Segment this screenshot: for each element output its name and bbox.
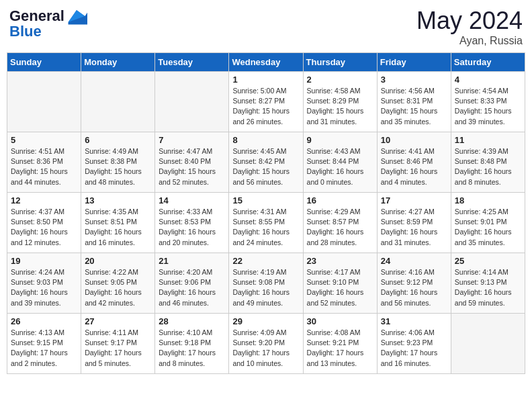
table-row: 15 Sunrise: 4:31 AM Sunset: 8:55 PM Dayl… (229, 193, 303, 253)
day-info: Sunrise: 4:51 AM Sunset: 8:36 PM Dayligh… (11, 146, 77, 187)
daylight-text: Daylight: 16 hours and 28 minutes. (307, 228, 364, 246)
daylight-text: Daylight: 17 hours and 10 minutes. (232, 349, 290, 367)
day-info: Sunrise: 4:08 AM Sunset: 9:21 PM Dayligh… (307, 328, 373, 369)
month-year-title: May 2024 (416, 7, 523, 35)
sunset-text: Sunset: 8:33 PM (455, 97, 507, 105)
sunset-text: Sunset: 9:21 PM (307, 338, 359, 347)
sunset-text: Sunset: 8:48 PM (455, 157, 507, 165)
table-row (155, 72, 229, 132)
day-number: 3 (381, 75, 447, 85)
sunrise-text: Sunrise: 4:51 AM (11, 147, 64, 155)
table-row: 12 Sunrise: 4:37 AM Sunset: 8:50 PM Dayl… (7, 193, 81, 253)
sunrise-text: Sunrise: 4:33 AM (159, 208, 212, 216)
daylight-text: Daylight: 16 hours and 39 minutes. (11, 288, 68, 306)
table-row: 2 Sunrise: 4:58 AM Sunset: 8:29 PM Dayli… (303, 72, 377, 132)
day-number: 19 (11, 256, 77, 266)
day-number: 26 (11, 316, 77, 326)
day-number: 7 (159, 135, 225, 145)
day-info: Sunrise: 4:11 AM Sunset: 9:17 PM Dayligh… (85, 328, 151, 369)
day-info: Sunrise: 4:24 AM Sunset: 9:03 PM Dayligh… (11, 267, 77, 308)
calendar-week-row: 12 Sunrise: 4:37 AM Sunset: 8:50 PM Dayl… (7, 193, 525, 253)
title-block: May 2024 Ayan, Russia (416, 7, 523, 47)
logo: General Blue (9, 7, 87, 40)
sunrise-text: Sunrise: 4:25 AM (455, 208, 508, 216)
day-number: 4 (455, 75, 521, 85)
day-number: 18 (455, 195, 521, 205)
calendar-table: Sunday Monday Tuesday Wednesday Thursday… (7, 52, 525, 374)
sunset-text: Sunset: 8:46 PM (381, 157, 433, 165)
table-row: 23 Sunrise: 4:17 AM Sunset: 9:10 PM Dayl… (303, 253, 377, 314)
daylight-text: Daylight: 15 hours and 31 minutes. (307, 107, 364, 125)
day-info: Sunrise: 4:14 AM Sunset: 9:13 PM Dayligh… (455, 267, 521, 308)
table-row: 21 Sunrise: 4:20 AM Sunset: 9:06 PM Dayl… (155, 253, 229, 314)
daylight-text: Daylight: 16 hours and 59 minutes. (455, 288, 512, 306)
daylight-text: Daylight: 16 hours and 35 minutes. (455, 228, 512, 246)
day-number: 11 (455, 135, 521, 145)
sunrise-text: Sunrise: 4:29 AM (307, 208, 361, 216)
sunrise-text: Sunrise: 4:24 AM (11, 268, 64, 276)
day-info: Sunrise: 4:25 AM Sunset: 9:01 PM Dayligh… (455, 207, 521, 248)
table-row: 26 Sunrise: 4:13 AM Sunset: 9:15 PM Dayl… (7, 314, 81, 374)
day-info: Sunrise: 4:27 AM Sunset: 8:59 PM Dayligh… (381, 207, 447, 248)
daylight-text: Daylight: 16 hours and 0 minutes. (307, 167, 364, 185)
sunrise-text: Sunrise: 4:27 AM (381, 208, 435, 216)
table-row: 27 Sunrise: 4:11 AM Sunset: 9:17 PM Dayl… (81, 314, 155, 374)
sunset-text: Sunset: 8:31 PM (381, 97, 433, 105)
daylight-text: Daylight: 16 hours and 46 minutes. (159, 288, 216, 306)
day-info: Sunrise: 4:41 AM Sunset: 8:46 PM Dayligh… (381, 146, 447, 187)
day-info: Sunrise: 4:45 AM Sunset: 8:42 PM Dayligh… (232, 146, 299, 187)
sunrise-text: Sunrise: 4:20 AM (159, 268, 212, 276)
sunset-text: Sunset: 9:20 PM (232, 338, 285, 347)
table-row: 17 Sunrise: 4:27 AM Sunset: 8:59 PM Dayl… (377, 193, 451, 253)
table-row: 25 Sunrise: 4:14 AM Sunset: 9:13 PM Dayl… (451, 253, 525, 314)
daylight-text: Daylight: 16 hours and 12 minutes. (11, 228, 68, 246)
daylight-text: Daylight: 16 hours and 8 minutes. (455, 167, 512, 185)
table-row: 4 Sunrise: 4:54 AM Sunset: 8:33 PM Dayli… (451, 72, 525, 132)
sunrise-text: Sunrise: 4:19 AM (232, 268, 286, 276)
daylight-text: Daylight: 16 hours and 56 minutes. (381, 288, 438, 306)
day-number: 16 (307, 195, 373, 205)
sunset-text: Sunset: 8:29 PM (307, 97, 359, 105)
day-info: Sunrise: 5:00 AM Sunset: 8:27 PM Dayligh… (232, 86, 299, 127)
sunrise-text: Sunrise: 4:35 AM (85, 208, 138, 216)
table-row: 24 Sunrise: 4:16 AM Sunset: 9:12 PM Dayl… (377, 253, 451, 314)
sunrise-text: Sunrise: 4:49 AM (85, 147, 138, 155)
calendar-week-row: 26 Sunrise: 4:13 AM Sunset: 9:15 PM Dayl… (7, 314, 525, 374)
table-row: 28 Sunrise: 4:10 AM Sunset: 9:18 PM Dayl… (155, 314, 229, 374)
table-row: 8 Sunrise: 4:45 AM Sunset: 8:42 PM Dayli… (229, 132, 303, 193)
sunset-text: Sunset: 8:38 PM (85, 157, 137, 165)
day-info: Sunrise: 4:35 AM Sunset: 8:51 PM Dayligh… (85, 207, 151, 248)
day-number: 10 (381, 135, 447, 145)
daylight-text: Daylight: 16 hours and 16 minutes. (85, 228, 142, 246)
sunset-text: Sunset: 8:53 PM (159, 218, 211, 226)
daylight-text: Daylight: 16 hours and 4 minutes. (381, 167, 438, 185)
day-number: 13 (85, 195, 151, 205)
header-sunday: Sunday (7, 53, 81, 72)
daylight-text: Daylight: 16 hours and 42 minutes. (85, 288, 142, 306)
sunrise-text: Sunrise: 4:17 AM (307, 268, 361, 276)
daylight-text: Daylight: 15 hours and 52 minutes. (159, 167, 216, 185)
sunrise-text: Sunrise: 4:13 AM (11, 328, 64, 336)
day-info: Sunrise: 4:20 AM Sunset: 9:06 PM Dayligh… (159, 267, 225, 308)
day-number: 17 (381, 195, 447, 205)
day-info: Sunrise: 4:13 AM Sunset: 9:15 PM Dayligh… (11, 328, 77, 369)
sunrise-text: Sunrise: 4:54 AM (455, 87, 508, 95)
table-row: 14 Sunrise: 4:33 AM Sunset: 8:53 PM Dayl… (155, 193, 229, 253)
sunrise-text: Sunrise: 4:56 AM (381, 87, 435, 95)
daylight-text: Daylight: 15 hours and 35 minutes. (381, 107, 438, 125)
day-number: 29 (232, 316, 299, 326)
day-number: 1 (232, 75, 299, 85)
sunset-text: Sunset: 9:18 PM (159, 338, 211, 347)
day-number: 23 (307, 256, 373, 266)
sunset-text: Sunset: 9:01 PM (455, 218, 507, 226)
table-row: 1 Sunrise: 5:00 AM Sunset: 8:27 PM Dayli… (229, 72, 303, 132)
logo-icon (66, 7, 87, 26)
header-wednesday: Wednesday (229, 53, 303, 72)
sunset-text: Sunset: 8:50 PM (11, 218, 63, 226)
daylight-text: Daylight: 17 hours and 2 minutes. (11, 349, 68, 367)
table-row: 6 Sunrise: 4:49 AM Sunset: 8:38 PM Dayli… (81, 132, 155, 193)
table-row: 3 Sunrise: 4:56 AM Sunset: 8:31 PM Dayli… (377, 72, 451, 132)
day-info: Sunrise: 4:56 AM Sunset: 8:31 PM Dayligh… (381, 86, 447, 127)
day-number: 31 (381, 316, 447, 326)
day-info: Sunrise: 4:29 AM Sunset: 8:57 PM Dayligh… (307, 207, 373, 248)
